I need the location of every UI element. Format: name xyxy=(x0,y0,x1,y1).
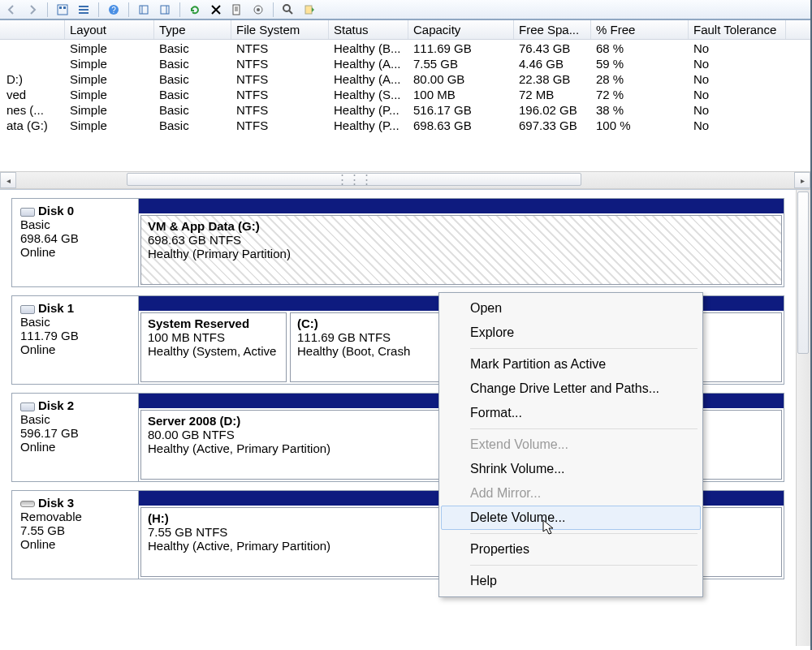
disk-info: 111.79 GB xyxy=(20,329,132,342)
disk-info: 596.17 GB xyxy=(20,426,132,440)
menu-item[interactable]: Mark Partition as Active xyxy=(441,352,701,377)
hdd-icon xyxy=(20,402,35,411)
scroll-track[interactable]: ⋮⋮⋮ xyxy=(16,172,794,188)
scroll-right-arrow[interactable]: ▸ xyxy=(794,172,810,188)
cell: Basic xyxy=(154,117,231,132)
disk-legend[interactable]: Disk 0Basic698.64 GBOnline xyxy=(12,199,139,286)
cell: Healthy (S... xyxy=(329,86,408,101)
cell: Simple xyxy=(65,101,154,117)
col-pct[interactable]: % Free xyxy=(591,20,689,39)
svg-point-12 xyxy=(257,8,260,11)
action-button-2[interactable] xyxy=(157,2,173,18)
cell: 100 MB xyxy=(408,86,514,101)
menu-item[interactable]: Explore xyxy=(441,321,701,345)
col-free[interactable]: Free Spa... xyxy=(514,20,591,39)
svg-rect-4 xyxy=(79,9,89,11)
col-fault[interactable]: Fault Tolerance xyxy=(689,20,786,39)
scroll-thumb[interactable]: ⋮⋮⋮ xyxy=(127,173,581,186)
disk-name: Disk 3 xyxy=(38,496,74,510)
volume-list-body[interactable]: SimpleBasicNTFSHealthy (B...111.69 GB76.… xyxy=(0,40,810,171)
col-layout[interactable]: Layout xyxy=(65,20,154,39)
cell: No xyxy=(689,86,786,101)
table-row[interactable]: ata (G:)SimpleBasicNTFSHealthy (P...698.… xyxy=(0,117,810,132)
toolbar-separator xyxy=(47,2,48,17)
nav-back-button[interactable] xyxy=(3,2,19,18)
partition[interactable]: VM & App Data (G:)698.63 GB NTFSHealthy … xyxy=(140,215,782,285)
cell: Basic xyxy=(154,71,231,86)
disk-info: Basic xyxy=(20,217,132,231)
svg-rect-8 xyxy=(140,6,148,14)
disk-info: Removable xyxy=(20,510,132,523)
disk-info: Online xyxy=(20,342,132,356)
disk-legend[interactable]: Disk 2Basic596.17 GBOnline xyxy=(12,394,139,481)
cell: NTFS xyxy=(231,86,329,101)
cell: 196.02 GB xyxy=(514,101,591,117)
context-menu: OpenExploreMark Partition as ActiveChang… xyxy=(438,292,703,597)
svg-rect-2 xyxy=(63,6,66,9)
action-button-1[interactable] xyxy=(136,2,152,18)
disk-info: 7.55 GB xyxy=(20,523,132,537)
refresh-button[interactable] xyxy=(187,2,203,18)
cell: 72 MB xyxy=(514,86,591,101)
cell: 22.38 GB xyxy=(514,71,591,86)
col-type[interactable]: Type xyxy=(154,20,231,39)
cell: No xyxy=(689,117,786,132)
disk-block: Disk 0Basic698.64 GBOnlineVM & App Data … xyxy=(11,198,784,287)
scroll-left-arrow[interactable]: ◂ xyxy=(0,172,16,188)
menu-item[interactable]: Help xyxy=(441,569,701,593)
cell: NTFS xyxy=(231,55,329,71)
horizontal-scrollbar[interactable]: ◂ ⋮⋮⋮ ▸ xyxy=(0,171,810,189)
cell: Healthy (P... xyxy=(329,101,408,117)
col-fs[interactable]: File System xyxy=(231,20,329,39)
view-icons-button[interactable] xyxy=(54,2,71,18)
partition-sub: 698.63 GB NTFS xyxy=(148,233,775,247)
settings-icon[interactable] xyxy=(250,2,266,18)
cell: 7.55 GB xyxy=(408,55,514,71)
table-row[interactable]: SimpleBasicNTFSHealthy (A...7.55 GB4.46 … xyxy=(0,55,810,71)
col-volume[interactable] xyxy=(0,20,65,39)
cell: Healthy (A... xyxy=(329,71,408,86)
menu-item[interactable]: Open xyxy=(441,296,701,321)
disk-name: Disk 1 xyxy=(38,301,74,315)
cell: Basic xyxy=(154,86,231,101)
scroll-thumb[interactable] xyxy=(797,192,809,354)
svg-rect-3 xyxy=(79,6,89,7)
cell: D:) xyxy=(0,71,65,86)
partition[interactable]: System Reserved100 MB NTFSHealthy (Syste… xyxy=(140,312,287,382)
menu-separator xyxy=(470,565,698,566)
cell: 100 % xyxy=(591,117,689,132)
disk-legend[interactable]: Disk 3Removable7.55 GBOnline xyxy=(12,491,139,579)
partition-name: VM & App Data (G:) xyxy=(148,219,775,233)
properties-button[interactable] xyxy=(229,2,245,18)
col-capacity[interactable]: Capacity xyxy=(408,20,514,39)
disk-legend[interactable]: Disk 1Basic111.79 GBOnline xyxy=(12,296,139,384)
delete-icon[interactable] xyxy=(208,2,224,18)
menu-item[interactable]: Properties xyxy=(441,537,701,562)
cell: Healthy (P... xyxy=(329,117,408,132)
cell: Healthy (B... xyxy=(329,40,408,55)
find-button[interactable] xyxy=(280,2,296,18)
view-list-button[interactable] xyxy=(76,2,92,18)
menu-item[interactable]: Change Drive Letter and Paths... xyxy=(441,377,701,401)
menu-item[interactable]: Format... xyxy=(441,401,701,425)
menu-item[interactable]: Delete Volume... xyxy=(441,506,701,530)
cell: Simple xyxy=(65,86,154,101)
menu-item: Add Mirror... xyxy=(441,481,701,506)
help-button[interactable]: ? xyxy=(106,2,122,18)
cell: 28 % xyxy=(591,71,689,86)
table-row[interactable]: vedSimpleBasicNTFSHealthy (S...100 MB72 … xyxy=(0,86,810,101)
menu-item[interactable]: Shrink Volume... xyxy=(441,457,701,481)
vertical-scrollbar[interactable] xyxy=(796,190,810,646)
cell: No xyxy=(689,101,786,117)
cell: Basic xyxy=(154,101,231,117)
table-row[interactable]: D:)SimpleBasicNTFSHealthy (A...80.00 GB2… xyxy=(0,71,810,86)
cell: Basic xyxy=(154,55,231,71)
table-row[interactable]: SimpleBasicNTFSHealthy (B...111.69 GB76.… xyxy=(0,40,810,55)
col-status[interactable]: Status xyxy=(329,20,408,39)
nav-forward-button[interactable] xyxy=(24,2,41,18)
menu-separator xyxy=(470,428,698,429)
partition-sub: 100 MB NTFS xyxy=(148,330,279,344)
export-button[interactable] xyxy=(301,2,317,18)
toolbar-separator xyxy=(128,2,129,17)
table-row[interactable]: nes (...SimpleBasicNTFSHealthy (P...516.… xyxy=(0,101,810,117)
